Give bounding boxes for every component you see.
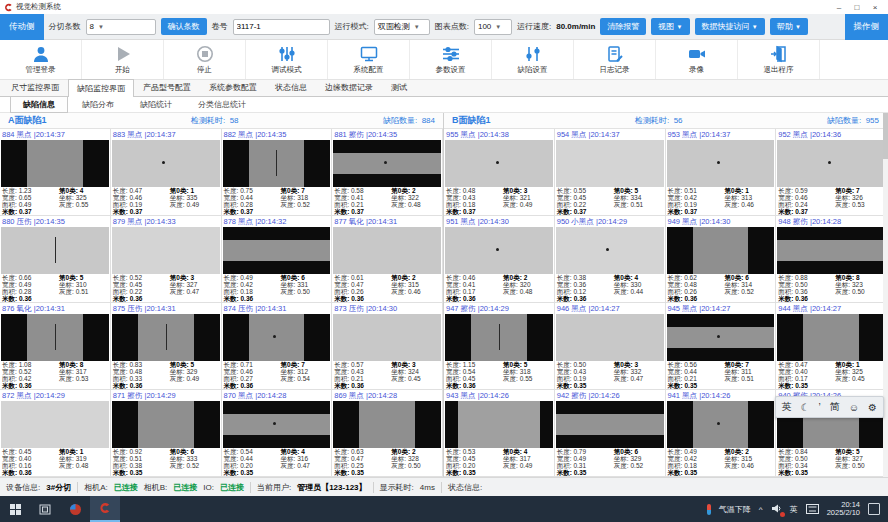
defect-cell[interactable]: 879 黑点 |20:14:33 长度: 0.52 宽度: 0.45 面积: 0… (111, 216, 222, 303)
defect-cell[interactable]: 947 擦伤 |20:14:29 长度: 1.15 宽度: 0.54 面积: 0… (444, 303, 555, 390)
admin-login-button[interactable]: 管理登录 (0, 40, 82, 79)
defect-cell[interactable]: 951 黑点 |20:14:30 长度: 0.46 宽度: 0.41 面积: 0… (444, 216, 555, 303)
defect-image[interactable] (667, 401, 775, 448)
defect-image[interactable] (333, 314, 441, 361)
defect-image[interactable] (223, 227, 331, 274)
defect-cell[interactable]: 954 黑点 |20:14:37 长度: 0.55 宽度: 0.45 面积: 0… (555, 129, 666, 216)
tray-chevron-icon[interactable]: ^ (759, 505, 763, 514)
keyboard-icon[interactable] (806, 504, 819, 514)
clear-alarm-button[interactable]: 清除报警 (600, 18, 646, 35)
operator-side-button[interactable]: 操作侧 (845, 14, 888, 40)
defect-cell[interactable]: 943 黑点 |20:14:26 长度: 0.53 宽度: 0.45 面积: 0… (444, 390, 555, 477)
defect-image[interactable] (667, 140, 775, 187)
defect-image[interactable] (777, 140, 885, 187)
param-settings-button[interactable]: 参数设置 (410, 40, 492, 79)
stop-button[interactable]: 停止 (164, 40, 246, 79)
vertical-scrollbar[interactable] (883, 113, 888, 477)
ime-lang-toggle[interactable]: 英 (782, 400, 792, 414)
defect-image[interactable] (777, 314, 885, 361)
defect-image[interactable] (777, 227, 885, 274)
defect-cell[interactable]: 877 氧化 |20:14:31 长度: 0.61 宽度: 0.47 面积: 0… (332, 216, 443, 303)
defect-cell[interactable]: 876 氧化 |20:14:31 长度: 1.08 宽度: 0.52 面积: 0… (0, 303, 111, 390)
strip-count-select[interactable]: 8▼ (86, 19, 156, 35)
ime-emoji-icon[interactable]: ☺ (849, 402, 859, 413)
language-indicator[interactable]: 英 (790, 504, 798, 515)
defect-image[interactable] (445, 401, 553, 448)
defect-image[interactable] (112, 227, 220, 274)
defect-image[interactable] (556, 140, 664, 187)
system-config-button[interactable]: 系统配置 (328, 40, 410, 79)
task-view-button[interactable] (30, 496, 60, 522)
defect-image[interactable] (1, 314, 109, 361)
defect-image[interactable] (333, 227, 441, 274)
defect-image[interactable] (223, 314, 331, 361)
subtab-defect-info[interactable]: 缺陷信息 (10, 96, 68, 113)
defect-image[interactable] (223, 401, 331, 448)
defect-cell[interactable]: 873 压伤 |20:14:30 长度: 0.57 宽度: 0.43 面积: 0… (332, 303, 443, 390)
defect-image[interactable] (112, 401, 220, 448)
exit-program-button[interactable]: 退出程序 (738, 40, 820, 79)
subtab-defect-statistics[interactable]: 缺陷统计 (128, 97, 184, 112)
tab-edge-data-record[interactable]: 边缘数据记录 (316, 78, 382, 96)
defect-image[interactable] (112, 140, 220, 187)
defect-image[interactable] (556, 314, 664, 361)
defect-cell[interactable]: 946 黑点 |20:14:27 长度: 0.50 宽度: 0.43 面积: 0… (555, 303, 666, 390)
defect-cell[interactable]: 949 黑点 |20:14:30 长度: 0.62 宽度: 0.48 面积: 0… (666, 216, 777, 303)
defect-cell[interactable]: 878 黑点 |20:14:32 长度: 0.49 宽度: 0.42 面积: 0… (222, 216, 333, 303)
defect-cell[interactable]: 875 压伤 |20:14:31 长度: 0.83 宽度: 0.48 面积: 0… (111, 303, 222, 390)
defect-image[interactable] (445, 227, 553, 274)
debug-mode-button[interactable]: 调试模式 (246, 40, 328, 79)
defect-cell[interactable]: 870 黑点 |20:14:28 长度: 0.54 宽度: 0.44 面积: 0… (222, 390, 333, 477)
defect-cell[interactable]: 955 黑点 |20:14:38 长度: 0.48 宽度: 0.43 面积: 0… (444, 129, 555, 216)
defect-cell[interactable]: 871 擦伤 |20:14:29 长度: 0.92 宽度: 0.51 面积: 0… (111, 390, 222, 477)
scrollbar-thumb[interactable] (883, 113, 888, 159)
defect-cell[interactable]: 874 压伤 |20:14:31 长度: 0.71 宽度: 0.46 面积: 0… (222, 303, 333, 390)
defect-cell[interactable]: 942 擦伤 |20:14:26 长度: 0.79 宽度: 0.49 面积: 0… (555, 390, 666, 477)
ime-halfwidth-icon[interactable]: ☾ (801, 402, 810, 413)
defect-cell[interactable]: 883 黑点 |20:14:37 长度: 0.47 宽度: 0.46 面积: 0… (111, 129, 222, 216)
tab-defect-monitor[interactable]: 缺陷监控界面 (68, 79, 134, 97)
defect-image[interactable] (112, 314, 220, 361)
defect-image[interactable] (667, 314, 775, 361)
taskbar-app-inspection[interactable] (90, 496, 120, 522)
defect-cell[interactable]: 944 黑点 |20:14:27 长度: 0.47 宽度: 0.40 面积: 0… (776, 303, 887, 390)
defect-cell[interactable]: 881 擦伤 |20:14:35 长度: 0.58 宽度: 0.41 面积: 0… (332, 129, 443, 216)
defect-image[interactable] (1, 227, 109, 274)
defect-image[interactable] (556, 227, 664, 274)
drive-side-button[interactable]: 传动侧 (0, 14, 44, 40)
record-video-button[interactable]: 录像 (656, 40, 738, 79)
help-menu-button[interactable]: 帮助 ▼ (770, 18, 808, 35)
defect-cell[interactable]: 884 黑点 |20:14:37 长度: 1.23 宽度: 0.65 面积: 0… (0, 129, 111, 216)
defect-cell[interactable]: 941 黑点 |20:14:26 长度: 0.49 宽度: 0.42 面积: 0… (666, 390, 777, 477)
defect-settings-button[interactable]: 缺陷设置 (492, 40, 574, 79)
subtab-class-info-statistics[interactable]: 分类信息统计 (186, 97, 258, 112)
defect-cell[interactable]: 950 小黑点 |20:14:29 长度: 0.38 宽度: 0.36 面积: … (555, 216, 666, 303)
start-button[interactable]: 开始 (82, 40, 164, 79)
defect-cell[interactable]: 953 黑点 |20:14:37 长度: 0.51 宽度: 0.42 面积: 0… (666, 129, 777, 216)
defect-cell[interactable]: 952 黑点 |20:14:36 长度: 0.59 宽度: 0.46 面积: 0… (776, 129, 887, 216)
ime-simplified-toggle[interactable]: 简 (830, 400, 840, 414)
defect-image[interactable] (333, 140, 441, 187)
view-menu-button[interactable]: 视图 ▼ (651, 18, 689, 35)
data-quick-access-menu-button[interactable]: 数据快捷访问 ▼ (695, 18, 765, 35)
taskbar-app-browser[interactable] (60, 496, 90, 522)
start-button[interactable] (0, 496, 30, 522)
defect-image[interactable] (1, 401, 109, 448)
maximize-button[interactable]: □ (848, 3, 866, 12)
minimize-button[interactable]: – (830, 3, 848, 12)
roll-number-input[interactable] (233, 19, 330, 35)
volume-icon[interactable] (771, 503, 782, 516)
tab-product-model-config[interactable]: 产品型号配置 (134, 78, 200, 96)
defect-cell[interactable]: 948 擦伤 |20:14:28 长度: 0.88 宽度: 0.50 面积: 0… (776, 216, 887, 303)
defect-image[interactable] (1, 140, 109, 187)
defect-cell[interactable]: 945 黑点 |20:14:27 长度: 0.56 宽度: 0.44 面积: 0… (666, 303, 777, 390)
subtab-defect-distribution[interactable]: 缺陷分布 (70, 97, 126, 112)
tab-test[interactable]: 测试 (382, 78, 416, 96)
defect-image[interactable] (445, 140, 553, 187)
defect-cell[interactable]: 869 黑点 |20:14:28 长度: 0.63 宽度: 0.47 面积: 0… (332, 390, 443, 477)
tab-size-monitor[interactable]: 尺寸监控界面 (2, 78, 68, 96)
defect-image[interactable] (333, 401, 441, 448)
ime-punctuation-icon[interactable]: ’ (819, 402, 821, 413)
notification-center-icon[interactable] (868, 503, 880, 515)
defect-cell[interactable]: 880 压伤 |20:14:35 长度: 0.66 宽度: 0.49 面积: 0… (0, 216, 111, 303)
